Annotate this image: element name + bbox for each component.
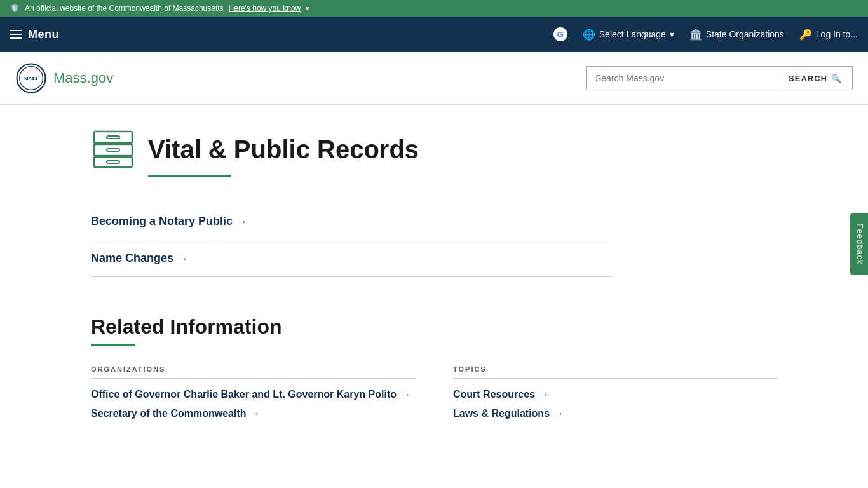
google-icon: G <box>553 27 567 41</box>
how-you-know-link[interactable]: Here's how you know <box>229 4 301 13</box>
top-banner: 🛡️ An official website of the Commonweal… <box>0 0 868 17</box>
svg-rect-8 <box>107 161 119 163</box>
language-chevron: ▾ <box>670 29 674 39</box>
svg-rect-4 <box>94 144 132 156</box>
notary-public-label: Becoming a Notary Public <box>91 215 233 228</box>
organizations-header: ORGANIZATIONS <box>91 365 415 379</box>
governor-office-link[interactable]: Office of Governor Charlie Baker and Lt.… <box>91 389 415 400</box>
page-title-area: Vital & Public Records <box>91 130 777 168</box>
topics-column: TOPICS Court Resources → Laws & Regulati… <box>453 365 777 427</box>
svg-rect-5 <box>94 157 132 167</box>
filing-cabinet-icon <box>91 130 135 168</box>
list-item: Name Changes → <box>91 240 612 277</box>
svg-rect-7 <box>107 149 119 151</box>
search-input[interactable] <box>587 67 778 90</box>
feedback-tab[interactable]: Feedback <box>850 213 868 274</box>
related-section: Related Information ORGANIZATIONS Office… <box>91 315 777 427</box>
arrow-icon: → <box>250 408 261 419</box>
logo-area: MASS Mass.gov <box>15 62 113 94</box>
nav-left: Menu <box>10 28 59 41</box>
topics-header: TOPICS <box>453 365 777 379</box>
login-link[interactable]: 🔑 Log In to... <box>799 29 858 41</box>
laws-regulations-label: Laws & Regulations <box>453 408 550 419</box>
name-changes-link[interactable]: Name Changes → <box>91 252 612 265</box>
court-resources-link[interactable]: Court Resources → <box>453 389 777 400</box>
arrow-icon: → <box>238 217 247 227</box>
notary-public-link[interactable]: Becoming a Notary Public → <box>91 215 612 228</box>
search-label: SEARCH <box>789 74 827 83</box>
related-columns: ORGANIZATIONS Office of Governor Charlie… <box>91 365 777 427</box>
arrow-icon: → <box>553 408 564 419</box>
related-info-title: Related Information <box>91 315 777 339</box>
search-icon: 🔍 <box>831 74 842 83</box>
hamburger-menu-icon[interactable] <box>10 30 22 39</box>
banner-chevron: ▾ <box>306 4 309 13</box>
secretary-label: Secretary of the Commonwealth <box>91 408 247 419</box>
arrow-icon: → <box>539 389 549 400</box>
main-nav: Menu G 🌐 Select Language ▾ 🏛️ State Orga… <box>0 17 868 52</box>
main-content: Vital & Public Records Becoming a Notary… <box>53 105 815 465</box>
court-resources-label: Court Resources <box>453 389 535 400</box>
mass-seal: MASS <box>15 62 47 94</box>
building-icon: 🏛️ <box>689 29 702 41</box>
nav-right: G 🌐 Select Language ▾ 🏛️ State Organizat… <box>553 27 858 41</box>
state-organizations-link[interactable]: 🏛️ State Organizations <box>689 29 784 41</box>
login-icon: 🔑 <box>799 29 812 41</box>
page-title: Vital & Public Records <box>148 135 419 164</box>
governor-office-label: Office of Governor Charlie Baker and Lt.… <box>91 389 397 400</box>
ma-seal-small: 🛡️ <box>10 4 20 13</box>
login-label: Log In to... <box>816 29 858 39</box>
banner-text: An official website of the Commonwealth … <box>25 4 224 13</box>
site-logo-text[interactable]: Mass.gov <box>53 70 113 86</box>
title-underline <box>148 175 231 177</box>
related-underline <box>91 344 135 346</box>
secretary-commonwealth-link[interactable]: Secretary of the Commonwealth → <box>91 408 415 419</box>
language-selector[interactable]: 🌐 Select Language ▾ <box>583 29 674 41</box>
name-changes-label: Name Changes <box>91 252 173 265</box>
site-header: MASS Mass.gov SEARCH 🔍 <box>0 52 868 105</box>
state-orgs-label: State Organizations <box>706 29 784 39</box>
search-area: SEARCH 🔍 <box>586 66 853 90</box>
arrow-icon: → <box>179 254 187 264</box>
svg-rect-6 <box>107 136 119 139</box>
list-item: Becoming a Notary Public → <box>91 203 612 240</box>
svg-rect-3 <box>94 132 132 143</box>
organizations-column: ORGANIZATIONS Office of Governor Charlie… <box>91 365 415 427</box>
globe-icon: 🌐 <box>583 29 595 41</box>
laws-regulations-link[interactable]: Laws & Regulations → <box>453 408 777 419</box>
menu-label[interactable]: Menu <box>28 28 59 41</box>
search-button[interactable]: SEARCH 🔍 <box>778 67 852 90</box>
links-section: Becoming a Notary Public → Name Changes … <box>91 203 612 277</box>
language-label: Select Language <box>599 29 666 39</box>
arrow-icon: → <box>400 389 410 400</box>
google-translate-button[interactable]: G <box>553 27 567 41</box>
svg-text:MASS: MASS <box>24 76 38 81</box>
